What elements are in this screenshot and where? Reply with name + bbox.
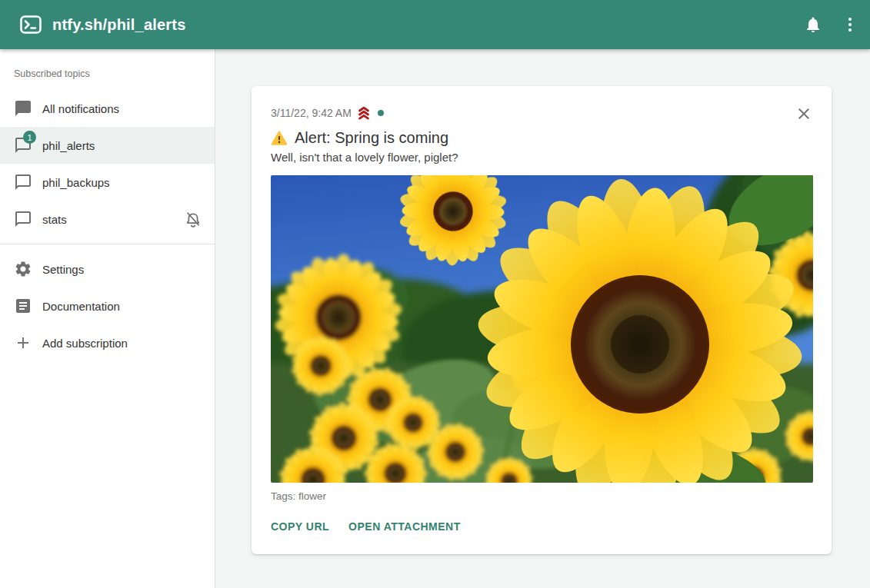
chat-bubble-outline-icon [14,173,32,191]
sidebar-item-stats[interactable]: stats [0,201,215,238]
card-header: 3/11/22, 9:42 AM [271,105,813,123]
notification-title-row: Alert: Spring is coming [271,129,813,147]
app-bar: ntfy.sh/phil_alerts [0,0,870,49]
open-attachment-button[interactable]: OPEN ATTACHMENT [348,520,461,533]
chat-bubble-filled-icon [14,99,32,118]
close-button[interactable] [795,105,813,123]
notification-card: 3/11/22, 9:42 AM Alert: Spring is coming [252,86,832,554]
sidebar-item-all-notifications[interactable]: All notifications [0,90,215,127]
unread-count-badge: 1 [23,131,36,144]
notification-tags: Tags: flower [271,490,813,502]
document-icon [14,297,32,315]
sidebar-divider [0,244,215,244]
warning-emoji-icon [271,130,288,147]
sidebar-item-documentation[interactable]: Documentation [0,287,215,324]
timestamp: 3/11/22, 9:42 AM [271,107,352,119]
card-actions: COPY URL OPEN ATTACHMENT [271,520,813,533]
menu-label: Settings [42,263,84,276]
priority-5-icon [355,105,372,121]
copy-url-button[interactable]: COPY URL [271,520,329,533]
topic-label: phil_backups [42,176,110,189]
sidebar-item-settings[interactable]: Settings [0,251,215,287]
menu-label: Add subscription [42,337,128,350]
gear-icon [14,260,32,278]
bell-off-icon [184,210,202,228]
terminal-logo-icon [20,15,42,34]
sidebar: Subscribed topics All notifications 1 ph… [0,49,215,588]
menu-label: Documentation [42,300,120,313]
subscribed-topics-label: Subscribed topics [14,68,201,79]
topic-label: phil_alerts [42,139,95,152]
overflow-menu-icon[interactable] [841,15,859,34]
topic-label: All notifications [42,102,119,115]
attachment-image[interactable] [271,175,813,483]
plus-icon [14,334,32,352]
main-content: 3/11/22, 9:42 AM Alert: Spring is coming [215,49,870,588]
sidebar-item-phil-alerts[interactable]: 1 phil_alerts [0,127,215,164]
unread-dot [378,110,384,116]
topic-label: stats [42,213,67,226]
notification-title: Alert: Spring is coming [295,129,448,147]
chat-bubble-outline-icon: 1 [14,136,32,154]
bell-icon[interactable] [804,15,822,34]
notification-body: Well, isn't that a lovely flower, piglet… [271,151,813,164]
sidebar-item-phil-backups[interactable]: phil_backups [0,164,215,201]
chat-bubble-outline-icon [14,210,32,228]
sidebar-item-add-subscription[interactable]: Add subscription [0,324,215,361]
app-title: ntfy.sh/phil_alerts [52,16,185,34]
